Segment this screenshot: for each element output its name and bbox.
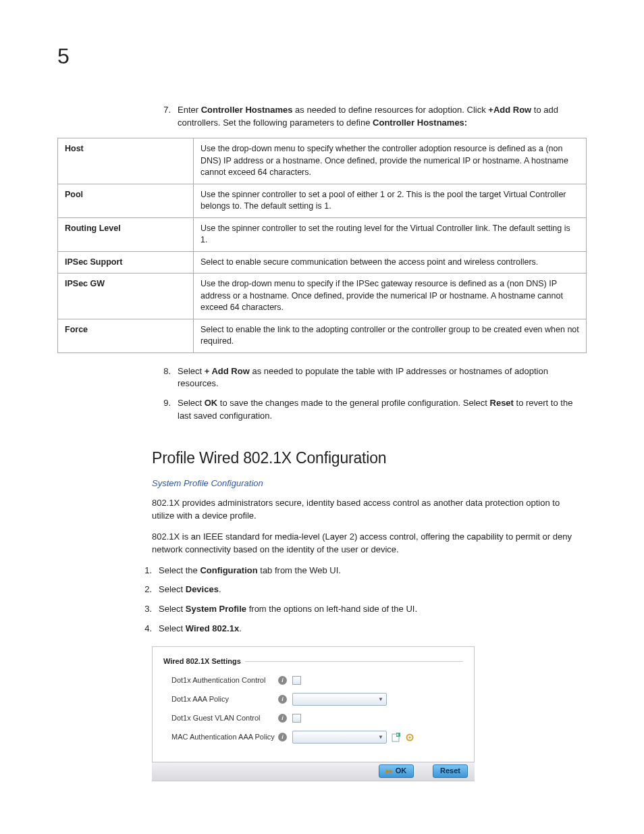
step-number: 1. <box>133 565 159 577</box>
ok-button[interactable]: ▸▸ OK <box>379 764 414 778</box>
page-number: 5 <box>57 41 587 72</box>
wired-8021x-settings-panel: Wired 802.1X Settings Dot1x Authenticati… <box>152 646 475 781</box>
step-text: Select Wired 802.1x. <box>159 623 584 635</box>
step-text: Select + Add Row as needed to populate t… <box>178 365 584 391</box>
table-row: Force Select to enable the link to the a… <box>58 319 587 353</box>
fieldset-title: Wired 802.1X Settings <box>163 656 241 667</box>
row-guest-vlan: Dot1x Guest VLAN Control i <box>171 712 463 725</box>
text: Select <box>178 366 205 376</box>
add-icon[interactable] <box>391 732 401 742</box>
step-9: 9. Select OK to save the changes made to… <box>152 397 584 423</box>
chevron-down-icon: ▼ <box>378 733 386 741</box>
step-text: Select Devices. <box>159 583 584 596</box>
system-profile-config-link[interactable]: System Profile Configuration <box>152 477 263 490</box>
fieldset-header: Wired 802.1X Settings <box>163 656 463 667</box>
checkbox-guest-vlan[interactable] <box>292 714 301 723</box>
step-text: Select OK to save the changes made to th… <box>178 397 584 423</box>
step-number: 4. <box>133 623 159 635</box>
step-number: 3. <box>133 603 159 616</box>
row-mac-aaa: MAC Authentication AAA Policy i ▼ <box>171 731 463 744</box>
dropdown-mac-aaa[interactable]: ▼ <box>292 731 387 744</box>
bold-text: Controller Hostnames <box>201 105 293 115</box>
table-row: IPSec Support Select to enable secure co… <box>58 251 587 273</box>
bold-text: OK <box>205 398 218 408</box>
bold-text: +Add Row <box>488 105 531 115</box>
param-desc: Use the spinner controller to set a pool… <box>194 184 587 217</box>
bold-text: Reset <box>490 398 514 408</box>
step-text: Select System Profile from the options o… <box>159 603 584 616</box>
reset-button[interactable]: Reset <box>433 764 468 778</box>
button-bar: ▸▸ OK Reset <box>152 762 475 781</box>
step-number: 8. <box>152 365 178 391</box>
text: Select <box>178 398 205 408</box>
label-auth-control: Dot1x Authentication Control <box>171 675 278 686</box>
table-row: Routing Level Use the spinner controller… <box>58 217 587 251</box>
param-label: Pool <box>58 184 194 217</box>
step-number: 9. <box>152 397 178 423</box>
bold-text: Configuration <box>200 565 257 575</box>
param-desc: Use the drop-down menu to specify if the… <box>194 273 587 319</box>
param-label: Force <box>58 319 194 353</box>
checkbox-auth-control[interactable] <box>292 676 301 685</box>
intro-paragraph-2: 802.1X is an IEEE standard for media-lev… <box>152 531 584 556</box>
row-aaa-policy: Dot1x AAA Policy i ▼ <box>171 693 463 706</box>
param-desc: Select to enable secure communication be… <box>194 251 587 273</box>
text: Select <box>159 623 186 633</box>
gear-icon[interactable] <box>404 732 414 742</box>
step-number: 2. <box>133 583 159 596</box>
bold-text: + Add Row <box>205 366 250 376</box>
divider <box>245 661 463 662</box>
text: as needed to define resources for adopti… <box>293 105 489 115</box>
controller-hostnames-table: Host Use the drop-down menu to specify w… <box>57 138 587 353</box>
text: . <box>219 584 221 594</box>
row-auth-control: Dot1x Authentication Control i <box>171 674 463 687</box>
config-step-3: 3. Select System Profile from the option… <box>133 603 584 616</box>
bold-text: Controller Hostnames: <box>373 118 467 128</box>
step-8: 8. Select + Add Row as needed to populat… <box>152 365 584 391</box>
config-step-2: 2. Select Devices. <box>133 583 584 596</box>
param-label: Host <box>58 138 194 184</box>
table-row: Host Use the drop-down menu to specify w… <box>58 138 587 184</box>
param-desc: Use the drop-down menu to specify whethe… <box>194 138 587 184</box>
label-aaa-policy: Dot1x AAA Policy <box>171 694 278 705</box>
param-desc: Use the spinner controller to set the ro… <box>194 217 587 251</box>
step-text: Select the Configuration tab from the We… <box>159 565 584 577</box>
table-row: IPSec GW Use the drop-down menu to speci… <box>58 273 587 319</box>
param-label: IPSec GW <box>58 273 194 319</box>
step-number: 7. <box>152 104 178 130</box>
info-icon[interactable]: i <box>278 676 287 685</box>
text: Select <box>159 584 186 594</box>
info-icon[interactable]: i <box>278 733 287 741</box>
param-desc: Select to enable the link to the adoptin… <box>194 319 587 353</box>
param-label: IPSec Support <box>58 251 194 273</box>
svg-point-3 <box>408 736 410 738</box>
config-step-1: 1. Select the Configuration tab from the… <box>133 565 584 577</box>
step-text: Enter Controller Hostnames as needed to … <box>178 104 584 130</box>
intro-paragraph-1: 802.1X provides administrators secure, i… <box>152 497 584 523</box>
label-guest-vlan: Dot1x Guest VLAN Control <box>171 713 278 724</box>
text: Select the <box>159 565 200 575</box>
info-icon[interactable]: i <box>278 695 287 704</box>
text: Select <box>159 604 186 614</box>
info-icon[interactable]: i <box>278 714 287 723</box>
forward-icon: ▸▸ <box>386 766 393 777</box>
config-step-4: 4. Select Wired 802.1x. <box>133 623 584 635</box>
ok-label: OK <box>396 766 407 777</box>
dropdown-aaa-policy[interactable]: ▼ <box>292 693 387 706</box>
label-mac-aaa: MAC Authentication AAA Policy <box>171 732 278 743</box>
bold-text: System Profile <box>186 604 246 614</box>
bold-text: Devices <box>186 584 219 594</box>
text: Enter <box>178 105 201 115</box>
text: from the options on left-hand side of th… <box>246 604 417 614</box>
section-heading: Profile Wired 802.1X Configuration <box>152 447 584 469</box>
text: to save the changes made to the general … <box>217 398 489 408</box>
reset-label: Reset <box>440 766 460 777</box>
text: . <box>239 623 242 633</box>
chevron-down-icon: ▼ <box>378 696 386 704</box>
step-7: 7. Enter Controller Hostnames as needed … <box>152 104 584 130</box>
text: tab from the Web UI. <box>258 565 341 575</box>
table-row: Pool Use the spinner controller to set a… <box>58 184 587 217</box>
param-label: Routing Level <box>58 217 194 251</box>
bold-text: Wired 802.1x <box>186 623 239 633</box>
